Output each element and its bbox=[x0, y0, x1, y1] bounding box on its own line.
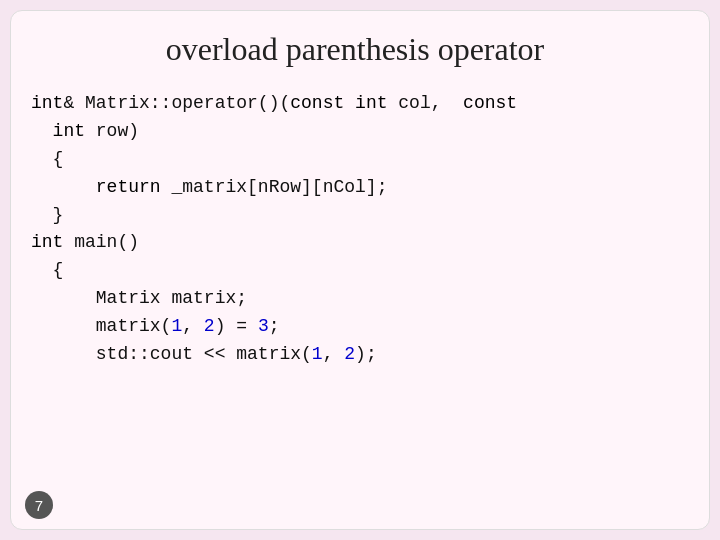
keyword-return: return bbox=[96, 177, 161, 197]
keyword-int-3: int bbox=[31, 232, 63, 252]
keyword-int-2: int bbox=[53, 121, 85, 141]
code-text-2: row) bbox=[85, 121, 139, 141]
keyword-const-1b: const bbox=[463, 93, 517, 113]
keyword-int-1: int bbox=[31, 93, 63, 113]
code-line-2: int row) bbox=[31, 118, 679, 146]
code-text-6: main() bbox=[63, 232, 139, 252]
code-text-1c: col, bbox=[387, 93, 463, 113]
number-2a: 2 bbox=[204, 316, 215, 336]
number-1b: 1 bbox=[312, 344, 323, 364]
slide-title: overload parenthesis operator bbox=[31, 31, 679, 68]
code-line-9: matrix(1, 2) = 3; bbox=[31, 313, 679, 341]
code-line-10: std::cout << matrix(1, 2); bbox=[31, 341, 679, 369]
code-line-3: { bbox=[31, 146, 679, 174]
number-3a: 3 bbox=[258, 316, 269, 336]
slide-number: 7 bbox=[25, 491, 53, 519]
code-line-7: { bbox=[31, 257, 679, 285]
keyword-int-1b: int bbox=[355, 93, 387, 113]
slide: overload parenthesis operator int& Matri… bbox=[10, 10, 710, 530]
code-text-1a: & Matrix::operator()( bbox=[63, 93, 290, 113]
code-line-6: int main() bbox=[31, 229, 679, 257]
code-line-1: int& Matrix::operator()(const int col, c… bbox=[31, 90, 679, 118]
code-text-4: _matrix[nRow][nCol]; bbox=[161, 177, 388, 197]
number-1a: 1 bbox=[171, 316, 182, 336]
code-block: int& Matrix::operator()(const int col, c… bbox=[31, 90, 679, 509]
keyword-const-1: const bbox=[290, 93, 344, 113]
code-line-5: } bbox=[31, 202, 679, 230]
number-2b: 2 bbox=[344, 344, 355, 364]
code-line-8: Matrix matrix; bbox=[31, 285, 679, 313]
code-line-4: return _matrix[nRow][nCol]; bbox=[31, 174, 679, 202]
code-text-1b bbox=[344, 93, 355, 113]
